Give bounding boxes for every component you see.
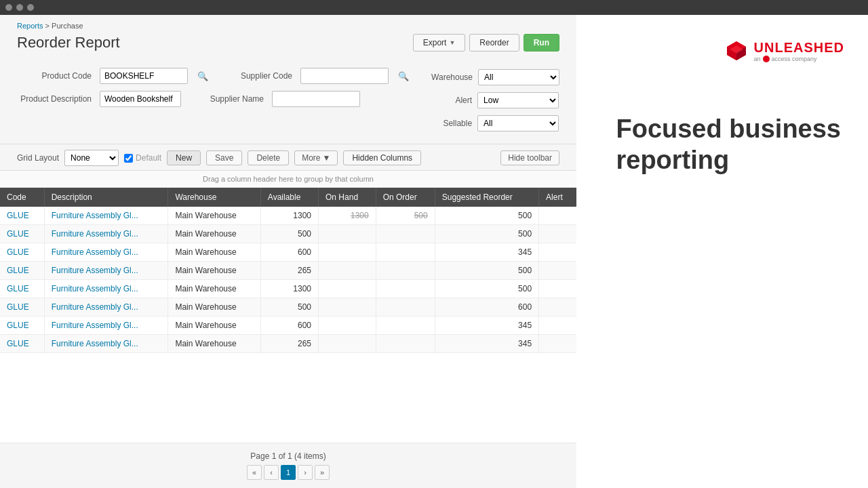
code-cell[interactable]: GLUE xyxy=(0,298,44,317)
save-button[interactable]: Save xyxy=(206,150,242,165)
description-cell[interactable]: Furniture Assembly Gl... xyxy=(44,243,168,262)
on-hand-cell xyxy=(319,317,376,335)
default-label: Default xyxy=(136,153,161,163)
export-button[interactable]: Export ▼ xyxy=(413,34,466,52)
on-order-cell xyxy=(376,262,435,280)
delete-button[interactable]: Delete xyxy=(248,150,289,165)
on-order-cell xyxy=(376,225,435,243)
description-cell[interactable]: Furniture Assembly Gl... xyxy=(44,317,168,335)
hidden-columns-button[interactable]: Hidden Columns xyxy=(343,150,421,165)
header-buttons: Export ▼ Reorder Run xyxy=(413,34,559,52)
description-cell[interactable]: Furniture Assembly Gl... xyxy=(44,207,168,225)
alert-cell xyxy=(539,207,576,225)
description-cell[interactable]: Furniture Assembly Gl... xyxy=(44,262,168,280)
first-page-button[interactable]: « xyxy=(247,465,262,480)
grid-layout-label: Grid Layout xyxy=(17,153,59,163)
on-hand-cell xyxy=(319,298,376,317)
table-row: GLUEFurniture Assembly Gl...Main Warehou… xyxy=(0,317,576,335)
code-cell[interactable]: GLUE xyxy=(0,317,44,335)
col-alert: Alert xyxy=(539,188,576,207)
breadcrumb-reports[interactable]: Reports xyxy=(17,22,43,30)
prev-page-button[interactable]: ‹ xyxy=(264,465,279,480)
code-cell[interactable]: GLUE xyxy=(0,262,44,280)
hide-toolbar-button[interactable]: Hide toolbar xyxy=(500,150,559,165)
product-code-search-icon[interactable]: 🔍 xyxy=(196,71,210,81)
logo-tagline: an access company xyxy=(754,56,844,62)
alert-cell xyxy=(539,317,576,335)
suggested-reorder-cell: 500 xyxy=(435,207,538,225)
table-row: GLUEFurniture Assembly Gl...Main Warehou… xyxy=(0,225,576,243)
product-code-label: Product Code xyxy=(17,71,92,81)
left-panel: Reports > Purchase Reorder Report Export… xyxy=(0,15,576,488)
supplier-name-input[interactable] xyxy=(272,91,360,107)
suggested-reorder-cell: 345 xyxy=(435,335,538,353)
on-order-cell xyxy=(376,335,435,353)
pagination-info: Page 1 of 1 (4 items) xyxy=(8,451,568,461)
new-button[interactable]: New xyxy=(167,150,201,165)
grid-toolbar: Grid Layout None Default New Save Delete… xyxy=(0,144,576,171)
available-cell: 1300 xyxy=(260,207,318,225)
on-order-cell: 500 xyxy=(376,207,435,225)
suggested-reorder-cell: 500 xyxy=(435,280,538,298)
logo-container: UNLEASHED an access company xyxy=(724,39,844,63)
table-container: Code Description Warehouse Available On … xyxy=(0,188,576,443)
suggested-reorder-cell: 500 xyxy=(435,262,538,280)
code-cell[interactable]: GLUE xyxy=(0,280,44,298)
suggested-reorder-cell: 500 xyxy=(435,225,538,243)
sellable-select[interactable]: All Yes No xyxy=(477,115,559,131)
reorder-button[interactable]: Reorder xyxy=(469,34,519,52)
warehouse-cell: Main Warehouse xyxy=(168,335,260,353)
description-cell[interactable]: Furniture Assembly Gl... xyxy=(44,225,168,243)
code-cell[interactable]: GLUE xyxy=(0,207,44,225)
description-cell[interactable]: Furniture Assembly Gl... xyxy=(44,298,168,317)
on-hand-cell xyxy=(319,335,376,353)
supplier-code-label: Supplier Code xyxy=(218,71,292,81)
on-hand-cell xyxy=(319,262,376,280)
supplier-code-input[interactable] xyxy=(300,68,389,84)
title-bar xyxy=(0,0,868,15)
promo-text: Focused business reporting xyxy=(602,107,854,182)
on-order-cell xyxy=(376,317,435,335)
description-cell[interactable]: Furniture Assembly Gl... xyxy=(44,335,168,353)
access-dot-icon xyxy=(763,56,770,62)
code-cell[interactable]: GLUE xyxy=(0,335,44,353)
table-row: GLUEFurniture Assembly Gl...Main Warehou… xyxy=(0,207,576,225)
breadcrumb-purchase: Purchase xyxy=(52,22,83,30)
on-order-cell xyxy=(376,243,435,262)
table-header-row: Code Description Warehouse Available On … xyxy=(0,188,576,207)
table-row: GLUEFurniture Assembly Gl...Main Warehou… xyxy=(0,280,576,298)
last-page-button[interactable]: » xyxy=(315,465,330,480)
code-cell[interactable]: GLUE xyxy=(0,243,44,262)
right-panel: UNLEASHED an access company Focused busi… xyxy=(576,15,868,488)
warehouse-cell: Main Warehouse xyxy=(168,243,260,262)
alert-select[interactable]: Low Medium High All xyxy=(477,92,559,108)
run-button[interactable]: Run xyxy=(524,34,559,52)
default-checkbox-group: Default xyxy=(124,153,161,163)
col-suggested-reorder: Suggested Reorder xyxy=(435,188,538,207)
alert-label: Alert xyxy=(431,96,472,105)
warehouse-cell: Main Warehouse xyxy=(168,262,260,280)
pagination-controls: « ‹ 1 › » xyxy=(8,465,568,480)
more-button[interactable]: More ▼ xyxy=(294,150,338,165)
more-caret-icon: ▼ xyxy=(322,153,330,163)
supplier-code-search-icon[interactable]: 🔍 xyxy=(397,71,410,81)
col-description: Description xyxy=(44,188,168,207)
grid-layout-select[interactable]: None xyxy=(64,150,119,166)
available-cell: 500 xyxy=(260,225,318,243)
code-cell[interactable]: GLUE xyxy=(0,225,44,243)
warehouse-cell: Main Warehouse xyxy=(168,317,260,335)
warehouse-select[interactable]: All Main Warehouse xyxy=(478,69,559,85)
col-on-order: On Order xyxy=(376,188,435,207)
supplier-name-label: Supplier Name xyxy=(189,94,264,104)
default-checkbox[interactable] xyxy=(124,154,133,163)
page-title: Reorder Report xyxy=(17,34,120,52)
logo-area: UNLEASHED an access company xyxy=(714,28,854,73)
product-code-input[interactable] xyxy=(100,68,188,84)
breadcrumb-separator: > xyxy=(45,22,52,30)
next-page-button[interactable]: › xyxy=(298,465,313,480)
page-1-button[interactable]: 1 xyxy=(281,465,296,480)
product-desc-input[interactable] xyxy=(100,91,181,107)
description-cell[interactable]: Furniture Assembly Gl... xyxy=(44,280,168,298)
available-cell: 265 xyxy=(260,262,318,280)
on-hand-cell xyxy=(319,280,376,298)
